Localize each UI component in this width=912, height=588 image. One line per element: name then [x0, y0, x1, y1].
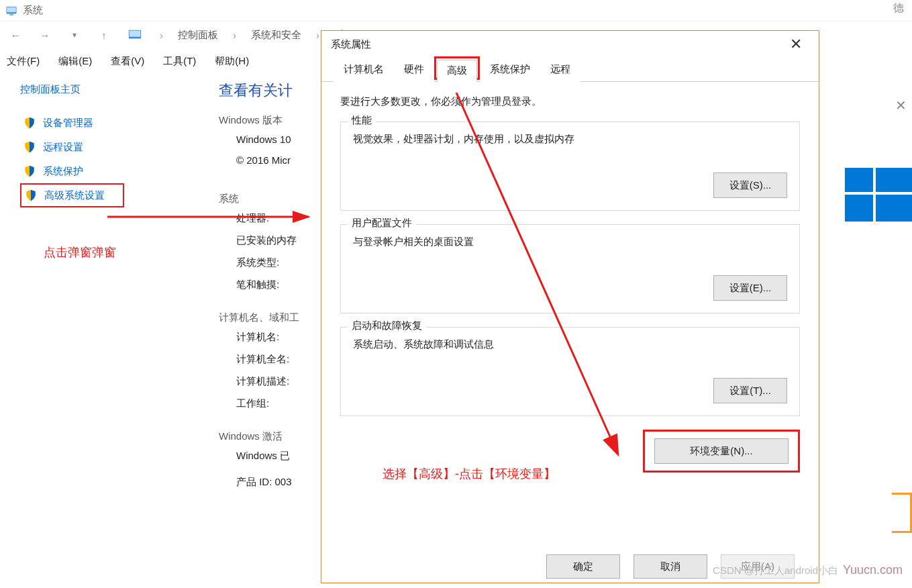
- shield-icon: [23, 116, 36, 130]
- shield-icon: [23, 140, 36, 154]
- perf-settings-button[interactable]: 设置(S)...: [713, 173, 787, 198]
- perf-legend: 性能: [348, 114, 376, 127]
- dialog-title: 系统属性: [331, 38, 371, 51]
- annotation-highlight-box: 环境变量(N)...: [643, 430, 800, 473]
- up-button[interactable]: ↑: [95, 26, 113, 44]
- computer-name-header: 计算机名、域和工: [219, 311, 299, 324]
- activated-text: Windows 已: [236, 450, 299, 462]
- dialog-titlebar: 系统属性 ✕: [321, 31, 819, 58]
- processor-label: 处理器:: [236, 212, 299, 225]
- perf-groupbox: 性能 视觉效果，处理器计划，内存使用，以及虚拟内存 设置(S)...: [340, 121, 800, 211]
- profile-settings-button[interactable]: 设置(E)...: [713, 275, 787, 301]
- tab-remote[interactable]: 远程: [540, 58, 580, 82]
- computer-desc-label: 计算机描述:: [236, 375, 299, 388]
- sidebar-item-label: 高级系统设置: [44, 189, 105, 202]
- pen-label: 笔和触摸:: [236, 279, 299, 291]
- menu-help[interactable]: 帮助(H): [215, 55, 249, 68]
- svg-rect-2: [9, 14, 13, 15]
- sidebar-item-advanced-settings[interactable]: 高级系统设置: [20, 183, 124, 207]
- sidebar-item-label: 设备管理器: [43, 117, 93, 130]
- shield-icon: [23, 164, 36, 178]
- csdn-watermark: CSDN @打工人android小白: [713, 565, 838, 577]
- sidebar-item-remote-settings[interactable]: 远程设置: [20, 135, 215, 159]
- startup-desc: 系统启动、系统故障和调试信息: [353, 338, 787, 351]
- forward-button[interactable]: →: [36, 26, 54, 44]
- edition-label: Windows 版本: [219, 114, 299, 127]
- cancel-button[interactable]: 取消: [634, 554, 707, 579]
- annotation-select-advanced: 选择【高级】-点击【环境变量】: [383, 466, 556, 482]
- close-button[interactable]: ✕: [782, 36, 809, 53]
- copyright-text: © 2016 Micr: [236, 154, 299, 166]
- window-titlebar: 系统 德: [0, 0, 912, 21]
- back-button[interactable]: ←: [7, 26, 24, 44]
- workgroup-label: 工作组:: [236, 397, 299, 410]
- breadcrumb-item[interactable]: 系统和安全: [251, 29, 301, 42]
- sidebar: 控制面板主页 设备管理器 远程设置 系统保护 高级系统设置 点击弹窗弹窗: [0, 71, 215, 489]
- computer-fullname-label: 计算机全名:: [236, 353, 299, 366]
- dialog-body: 要进行大多数更改，你必须作为管理员登录。 性能 视觉效果，处理器计划，内存使用，…: [321, 82, 819, 473]
- history-dropdown[interactable]: ▾: [66, 26, 83, 44]
- sidebar-item-system-protection[interactable]: 系统保护: [20, 159, 215, 183]
- computer-name-label: 计算机名:: [236, 331, 299, 344]
- ram-label: 已安装的内存: [236, 234, 299, 247]
- tab-hardware[interactable]: 硬件: [394, 58, 434, 82]
- activation-label: Windows 激活: [219, 430, 299, 443]
- ok-button[interactable]: 确定: [546, 554, 620, 579]
- svg-rect-4: [130, 31, 141, 37]
- system-icon: [5, 5, 17, 17]
- shield-icon: [24, 189, 38, 202]
- system-icon: [128, 28, 142, 42]
- annotation-click-popup: 点击弹窗弹窗: [44, 244, 215, 260]
- startup-groupbox: 启动和故障恢复 系统启动、系统故障和调试信息 设置(T)...: [340, 327, 800, 416]
- system-section-label: 系统: [219, 193, 299, 205]
- menu-edit[interactable]: 编辑(E): [58, 55, 92, 68]
- env-variables-button[interactable]: 环境变量(N)...: [654, 438, 789, 464]
- systype-label: 系统类型:: [236, 256, 299, 269]
- svg-rect-1: [7, 7, 16, 12]
- annotation-highlight-box: 高级: [434, 56, 480, 80]
- edition-value: Windows 10: [236, 134, 299, 145]
- window-title: 系统: [23, 4, 43, 17]
- main-panel: 查看有关计 Windows 版本 Windows 10 © 2016 Micr …: [215, 71, 299, 489]
- menu-tools[interactable]: 工具(T): [163, 55, 196, 68]
- tab-advanced[interactable]: 高级: [437, 60, 477, 82]
- system-properties-dialog: 系统属性 ✕ 计算机名 硬件 高级 系统保护 远程 要进行大多数更改，你必须作为…: [321, 30, 819, 583]
- breadcrumb-item[interactable]: 控制面板: [178, 29, 218, 42]
- page-title: 查看有关计: [219, 81, 299, 101]
- profile-groupbox: 用户配置文件 与登录帐户相关的桌面设置 设置(E)...: [340, 224, 800, 313]
- product-id: 产品 ID: 003: [236, 476, 299, 489]
- chevron-right-icon: ›: [230, 30, 239, 41]
- sidebar-item-label: 系统保护: [43, 165, 83, 178]
- menu-file[interactable]: 文件(F): [7, 55, 40, 68]
- site-watermark: Yuucn.com: [843, 563, 903, 577]
- annotation-bracket: [892, 493, 912, 533]
- close-icon[interactable]: ✕: [895, 97, 907, 113]
- chevron-right-icon: ›: [157, 30, 166, 41]
- admin-note: 要进行大多数更改，你必须作为管理员登录。: [340, 95, 800, 108]
- windows-logo-icon: [845, 168, 912, 222]
- sidebar-item-label: 远程设置: [43, 141, 83, 154]
- menu-view[interactable]: 查看(V): [111, 55, 144, 68]
- profile-legend: 用户配置文件: [348, 217, 416, 230]
- dialog-tabs: 计算机名 硬件 高级 系统保护 远程: [321, 58, 819, 82]
- corner-char: 德: [893, 1, 904, 15]
- startup-legend: 启动和故障恢复: [348, 320, 426, 332]
- tab-computer-name[interactable]: 计算机名: [334, 58, 394, 82]
- perf-desc: 视觉效果，处理器计划，内存使用，以及虚拟内存: [353, 133, 787, 146]
- sidebar-item-device-manager[interactable]: 设备管理器: [20, 111, 215, 135]
- profile-desc: 与登录帐户相关的桌面设置: [353, 236, 787, 248]
- tab-system-protection[interactable]: 系统保护: [480, 58, 540, 82]
- startup-settings-button[interactable]: 设置(T)...: [713, 378, 787, 403]
- control-panel-home-link[interactable]: 控制面板主页: [20, 83, 215, 96]
